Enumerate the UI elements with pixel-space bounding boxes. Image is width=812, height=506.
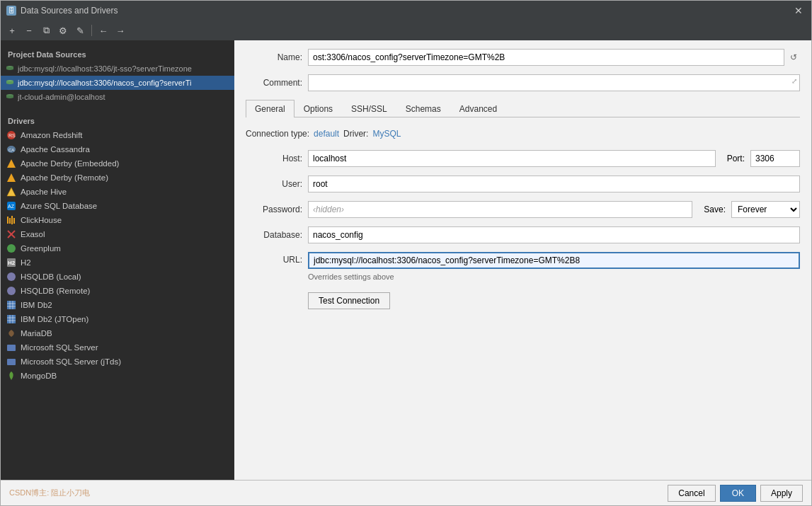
url-input[interactable] bbox=[308, 252, 800, 269]
driver-label: ClickHouse bbox=[21, 216, 62, 224]
driver-ibm-db2[interactable]: IBM Db2 bbox=[1, 298, 234, 312]
save-select[interactable]: Forever Until Restart Never bbox=[731, 201, 800, 218]
driver-azure-sql[interactable]: AZ Azure SQL Database bbox=[1, 199, 234, 213]
save-label: Save: bbox=[704, 205, 726, 214]
database-icon-3 bbox=[5, 92, 15, 102]
svg-text:RS: RS bbox=[8, 133, 16, 138]
password-label: Password: bbox=[246, 205, 302, 214]
cancel-button[interactable]: Cancel bbox=[668, 485, 715, 502]
mssql-icon bbox=[6, 343, 16, 352]
project-item-1[interactable]: jdbc:mysql://localhost:3306/jt-sso?serve… bbox=[1, 62, 234, 76]
driver-label: H2 bbox=[21, 258, 31, 267]
driver-mssql[interactable]: Microsoft SQL Server bbox=[1, 340, 234, 355]
project-item-3[interactable]: jt-cloud-admin@localhost bbox=[1, 90, 234, 104]
driver-label: MariaDB bbox=[21, 329, 52, 338]
settings-button[interactable]: ⚙ bbox=[56, 23, 70, 38]
apply-button[interactable]: Apply bbox=[760, 485, 803, 502]
connection-type-label: Connection type: bbox=[246, 129, 309, 139]
svg-rect-9 bbox=[7, 217, 8, 224]
user-label: User: bbox=[246, 179, 302, 189]
toolbar: + − ⧉ ⚙ ✎ ← → bbox=[1, 21, 811, 40]
driver-apache-hive[interactable]: Apache Hive bbox=[1, 185, 234, 199]
comment-input[interactable] bbox=[308, 74, 800, 91]
reset-name-button[interactable]: ↺ bbox=[787, 51, 800, 64]
port-label: Port: bbox=[727, 154, 745, 163]
derby-remote-icon bbox=[6, 173, 16, 183]
driver-label: Azure SQL Database bbox=[21, 202, 97, 210]
driver-label: IBM Db2 bbox=[21, 301, 52, 309]
driver-greenplum[interactable]: Greenplum bbox=[1, 241, 234, 255]
driver-h2[interactable]: H2 H2 bbox=[1, 255, 234, 270]
driver-hsqldb-remote[interactable]: HSQLDB (Remote) bbox=[1, 284, 234, 298]
mariadb-icon bbox=[6, 328, 16, 338]
tab-sshssl[interactable]: SSH/SSL bbox=[342, 100, 396, 117]
mongodb-icon bbox=[6, 371, 16, 381]
driver-apache-cassandra[interactable]: CA Apache Cassandra bbox=[1, 142, 234, 156]
ibm-db2-jtopen-icon bbox=[6, 314, 16, 324]
connection-type-value[interactable]: default bbox=[314, 129, 339, 139]
hive-icon bbox=[6, 187, 16, 197]
svg-rect-20 bbox=[7, 301, 16, 309]
database-label: Database: bbox=[246, 230, 302, 240]
user-input[interactable] bbox=[308, 176, 800, 192]
left-panel: Project Data Sources jdbc:mysql://localh… bbox=[1, 40, 234, 480]
name-input[interactable] bbox=[308, 49, 784, 66]
password-input[interactable] bbox=[308, 201, 692, 218]
tabs-bar: General Options SSH/SSL Schemas Advanced bbox=[246, 100, 800, 117]
copy-button[interactable]: ⧉ bbox=[39, 23, 53, 38]
driver-apache-derby-remote[interactable]: Apache Derby (Remote) bbox=[1, 171, 234, 185]
tab-schemas[interactable]: Schemas bbox=[396, 100, 450, 117]
svg-text:CA: CA bbox=[8, 148, 14, 152]
test-connection-area: Test Connection bbox=[308, 289, 800, 309]
tab-options[interactable]: Options bbox=[295, 100, 342, 117]
close-button[interactable]: ✕ bbox=[791, 5, 806, 16]
bottom-bar: CSDN博主: 阻止小刀电 Cancel OK Apply bbox=[1, 480, 811, 505]
project-section-title: Project Data Sources bbox=[1, 46, 234, 62]
svg-text:AZ: AZ bbox=[8, 204, 15, 209]
driver-label: Apache Cassandra bbox=[21, 145, 90, 154]
ok-button[interactable]: OK bbox=[720, 485, 756, 502]
password-row: Password: Save: Forever Until Restart Ne… bbox=[246, 201, 800, 218]
watermark: CSDN博主: 阻止小刀电 bbox=[9, 488, 90, 498]
driver-label: IBM Db2 (JTOpen) bbox=[21, 315, 88, 323]
svg-marker-6 bbox=[7, 188, 16, 196]
hsqldb-local-icon bbox=[6, 272, 16, 282]
host-input[interactable] bbox=[308, 150, 716, 167]
database-input[interactable] bbox=[308, 226, 800, 243]
driver-label: MongoDB bbox=[21, 372, 57, 380]
driver-mongodb[interactable]: MongoDB bbox=[1, 369, 234, 383]
edit-button[interactable]: ✎ bbox=[73, 23, 87, 38]
name-row: Name: ↺ bbox=[246, 49, 800, 66]
driver-exasol[interactable]: Exasol bbox=[1, 227, 234, 241]
driver-ibm-db2-jtopen[interactable]: IBM Db2 (JTOpen) bbox=[1, 312, 234, 326]
database-row: Database: bbox=[246, 226, 800, 243]
tab-general[interactable]: General bbox=[246, 100, 295, 117]
tab-advanced[interactable]: Advanced bbox=[450, 100, 506, 117]
driver-label: Microsoft SQL Server (jTds) bbox=[21, 357, 121, 366]
user-row: User: bbox=[246, 176, 800, 192]
title-bar: 🗄 Data Sources and Drivers ✕ bbox=[1, 1, 811, 21]
ibm-db2-icon bbox=[6, 300, 16, 310]
comment-expand-icon[interactable]: ⤢ bbox=[791, 77, 797, 85]
driver-hsqldb-local[interactable]: HSQLDB (Local) bbox=[1, 270, 234, 284]
driver-clickhouse[interactable]: ClickHouse bbox=[1, 213, 234, 227]
driver-apache-derby-embedded[interactable]: Apache Derby (Embedded) bbox=[1, 156, 234, 171]
database-icon: 🗄 bbox=[6, 6, 16, 16]
driver-value[interactable]: MySQL bbox=[372, 129, 401, 139]
project-item-2[interactable]: jdbc:mysql://localhost:3306/nacos_config… bbox=[1, 76, 234, 90]
driver-amazon-redshift[interactable]: RS Amazon Redshift bbox=[1, 128, 234, 142]
driver-mssql-jtds[interactable]: Microsoft SQL Server (jTds) bbox=[1, 355, 234, 369]
driver-label: Greenplum bbox=[21, 244, 61, 253]
test-connection-button[interactable]: Test Connection bbox=[308, 292, 390, 309]
main-content: Project Data Sources jdbc:mysql://localh… bbox=[1, 40, 811, 480]
add-button[interactable]: + bbox=[5, 23, 19, 38]
driver-mariadb[interactable]: MariaDB bbox=[1, 326, 234, 340]
back-button[interactable]: ← bbox=[96, 23, 110, 38]
connection-type-row: Connection type: default Driver: MySQL bbox=[246, 129, 800, 139]
project-label-3: jt-cloud-admin@localhost bbox=[18, 93, 105, 101]
remove-button[interactable]: − bbox=[22, 23, 36, 38]
url-label: URL: bbox=[246, 252, 302, 265]
comment-row: Comment: ⤢ bbox=[246, 74, 800, 91]
port-input[interactable] bbox=[750, 150, 800, 167]
forward-button[interactable]: → bbox=[113, 23, 127, 38]
